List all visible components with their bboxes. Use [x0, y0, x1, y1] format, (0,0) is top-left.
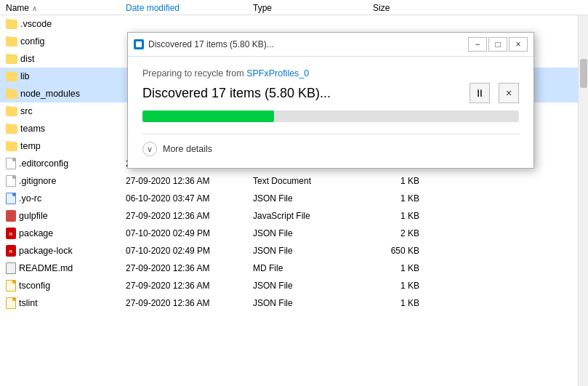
file-name-text: README.md [19, 263, 73, 273]
file-name-text: temp [20, 141, 41, 151]
file-type-cell: JSON File [247, 298, 367, 308]
progress-bar-container [142, 110, 519, 122]
file-name-cell: .gitignore [0, 175, 120, 187]
list-item[interactable]: tsconfig 27-09-2020 12:36 AM JSON File 1… [0, 277, 578, 294]
file-size-cell: 1 KB [367, 298, 425, 308]
file-date-cell: 27-09-2020 12:36 AM [120, 298, 247, 308]
list-item[interactable]: .gitignore 27-09-2020 12:36 AM Text Docu… [0, 172, 578, 190]
file-size-cell: 1 KB [367, 176, 425, 186]
file-size-cell: 2 KB [367, 228, 425, 238]
list-item[interactable]: gulpfile 27-09-2020 12:36 AM JavaScript … [0, 207, 578, 225]
file-name-cell: dist [0, 54, 120, 64]
file-name-cell: node_modules [0, 89, 120, 99]
file-name-text: .gitignore [19, 176, 56, 186]
folder-icon [6, 124, 17, 134]
file-type-cell: MD File [247, 263, 367, 273]
file-name-text: .editorconfig [19, 158, 68, 169]
recycle-icon-inner [136, 41, 142, 47]
file-name-text: package-lock [19, 246, 73, 256]
file-icon [6, 175, 16, 187]
list-item[interactable]: n package 07-10-2020 02:49 PM JSON File … [0, 225, 578, 242]
col-name-label: Name [6, 3, 29, 13]
file-size-cell: 1 KB [367, 263, 425, 273]
file-name-text: src [20, 106, 33, 116]
file-type-cell: JSON File [247, 246, 367, 256]
npm-icon: n [6, 245, 16, 257]
file-name-text: dist [20, 54, 34, 64]
folder-icon [6, 72, 17, 81]
file-blue-icon [6, 193, 16, 204]
list-item[interactable]: README.md 27-09-2020 12:36 AM MD File 1 … [0, 260, 578, 277]
file-name-text: config [20, 36, 44, 47]
file-name-text: tsconfig [19, 281, 50, 291]
file-name-cell: .editorconfig [0, 158, 120, 169]
maximize-button[interactable]: □ [488, 37, 507, 52]
md-file-icon [6, 262, 16, 274]
file-name-text: tslint [19, 298, 38, 308]
more-details-label[interactable]: More details [163, 144, 212, 154]
folder-icon [6, 89, 17, 99]
file-size-cell: 1 KB [367, 281, 425, 291]
file-size-cell: 650 KB [367, 246, 425, 256]
file-name-text: teams [20, 124, 45, 134]
file-name-cell: src [0, 106, 120, 116]
list-item[interactable]: n package-lock 07-10-2020 02:49 PM JSON … [0, 242, 578, 260]
file-name-text: node_modules [20, 89, 80, 99]
file-type-cell: Text Document [247, 176, 367, 186]
status-link[interactable]: SPFxProfiles_0 [246, 68, 309, 79]
file-type-cell: JSON File [247, 193, 367, 204]
file-name-cell: config [0, 36, 120, 47]
file-name-cell: temp [0, 141, 120, 151]
file-name-cell: gulpfile [0, 210, 120, 222]
minimize-button[interactable]: − [468, 37, 487, 52]
file-type-cell: JSON File [247, 281, 367, 291]
recycle-dialog: Discovered 17 items (5.80 KB)... − □ × P… [127, 32, 534, 169]
file-name-cell: README.md [0, 262, 120, 274]
file-icon [6, 158, 16, 169]
file-date-cell: 27-09-2020 12:36 AM [120, 263, 247, 273]
col-size-header[interactable]: Size [367, 3, 425, 13]
pause-button[interactable]: ⏸ [470, 83, 490, 103]
file-size-cell: 1 KB [367, 211, 425, 221]
list-item[interactable]: .vscode [0, 15, 578, 33]
cancel-button[interactable]: × [499, 83, 519, 103]
dialog-body: Preparing to recycle from SPFxProfiles_0… [128, 57, 533, 168]
col-type-header[interactable]: Type [247, 3, 367, 13]
status-label-text: Preparing to recycle from [142, 68, 244, 79]
dialog-status-line: Preparing to recycle from SPFxProfiles_0 [142, 68, 519, 79]
col-date-header[interactable]: Date modified [120, 3, 247, 13]
file-date-cell: 27-09-2020 12:36 AM [120, 176, 247, 186]
dialog-main-text: Discovered 17 items (5.80 KB)... [142, 86, 461, 101]
file-name-cell: tsconfig [0, 280, 120, 291]
dialog-footer: ∨ More details [142, 134, 519, 156]
list-item[interactable]: .yo-rc 06-10-2020 03:47 AM JSON File 1 K… [0, 190, 578, 207]
scrollbar-track[interactable] [578, 15, 588, 386]
folder-icon [6, 142, 17, 151]
file-name-text: package [19, 228, 53, 238]
dialog-title-text: Discovered 17 items (5.80 KB)... [148, 39, 464, 49]
file-name-cell: .vscode [0, 19, 120, 29]
file-type-cell: JavaScript File [247, 211, 367, 221]
recycle-icon [134, 39, 144, 49]
more-details-icon[interactable]: ∨ [142, 142, 157, 156]
file-name-cell: tslint [0, 297, 120, 309]
folder-icon [6, 55, 17, 64]
folder-icon [6, 107, 17, 116]
progress-bar [142, 110, 274, 122]
folder-icon [6, 20, 17, 29]
scrollbar-thumb[interactable] [580, 59, 587, 88]
file-date-cell: 07-10-2020 02:49 PM [120, 246, 247, 256]
dialog-main-row: Discovered 17 items (5.80 KB)... ⏸ × [142, 83, 519, 103]
file-name-cell: n package-lock [0, 245, 120, 257]
col-name-header[interactable]: Name ∧ [0, 3, 120, 13]
json-file-icon [6, 297, 16, 309]
file-name-cell: lib [0, 71, 120, 81]
json-file-icon [6, 280, 16, 291]
npm-icon: n [6, 228, 16, 239]
list-item[interactable]: tslint 27-09-2020 12:36 AM JSON File 1 K… [0, 294, 578, 312]
sort-arrow-icon: ∧ [32, 4, 37, 12]
close-button[interactable]: × [509, 37, 528, 52]
file-date-cell: 06-10-2020 03:47 AM [120, 193, 247, 204]
folder-icon [6, 37, 17, 47]
dialog-titlebar: Discovered 17 items (5.80 KB)... − □ × [128, 33, 533, 57]
